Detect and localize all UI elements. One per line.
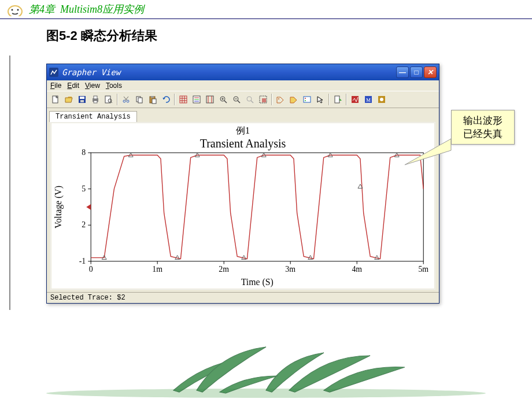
svg-point-80 bbox=[46, 389, 486, 398]
figure-caption: 图5-2 瞬态分析结果 bbox=[0, 19, 532, 50]
svg-rect-18 bbox=[138, 98, 142, 103]
svg-text:0: 0 bbox=[89, 265, 93, 274]
callout-box: 输出波形 已经失真 bbox=[451, 110, 515, 145]
tag-icon[interactable] bbox=[274, 93, 287, 106]
svg-marker-78 bbox=[86, 204, 91, 210]
cut-icon[interactable] bbox=[120, 93, 132, 106]
svg-rect-31 bbox=[206, 96, 213, 103]
svg-rect-5 bbox=[80, 97, 84, 99]
svg-text:5m: 5m bbox=[418, 265, 428, 274]
titlebar[interactable]: Grapher View — □ ✕ bbox=[47, 64, 439, 80]
callout-pointer bbox=[405, 133, 457, 168]
svg-text:2: 2 bbox=[82, 220, 86, 229]
paste-icon[interactable] bbox=[146, 93, 159, 106]
svg-line-35 bbox=[224, 101, 227, 103]
svg-point-45 bbox=[278, 98, 279, 99]
svg-line-39 bbox=[238, 101, 240, 103]
tab-transient[interactable]: Transient Analysis bbox=[49, 111, 137, 122]
maximize-button[interactable]: □ bbox=[410, 66, 423, 78]
face-icon bbox=[6, 2, 24, 16]
svg-rect-21 bbox=[152, 99, 156, 104]
toolbar: M bbox=[47, 91, 439, 108]
svg-rect-8 bbox=[94, 96, 97, 99]
svg-rect-49 bbox=[335, 96, 339, 103]
page-header: 第4章 Multisim8应用实例 bbox=[0, 0, 532, 19]
svg-rect-46 bbox=[304, 97, 311, 102]
app-icon bbox=[49, 68, 58, 77]
new-icon[interactable] bbox=[49, 93, 62, 106]
window-title: Grapher View bbox=[62, 68, 120, 77]
svg-line-42 bbox=[251, 101, 253, 103]
subject-label: Multisim8应用实例 bbox=[60, 2, 144, 16]
grid-icon[interactable] bbox=[177, 93, 190, 106]
svg-text:1m: 1m bbox=[152, 265, 162, 274]
svg-rect-22 bbox=[180, 96, 187, 103]
svg-line-12 bbox=[111, 102, 112, 103]
menu-edit[interactable]: Edit bbox=[67, 82, 79, 90]
tool2-icon[interactable]: M bbox=[362, 93, 375, 106]
left-rule bbox=[9, 56, 10, 310]
svg-rect-44 bbox=[262, 98, 266, 102]
svg-text:8: 8 bbox=[82, 148, 86, 157]
svg-text:Time (S): Time (S) bbox=[241, 277, 274, 287]
open-icon[interactable] bbox=[62, 93, 75, 106]
svg-rect-9 bbox=[94, 101, 97, 103]
plot-area[interactable]: 例1 Transient Analysis -125801m2m3m4m5mTi… bbox=[50, 122, 435, 290]
callout-line2: 已经失真 bbox=[455, 127, 511, 141]
svg-rect-6 bbox=[80, 100, 84, 102]
svg-text:Voltage (V): Voltage (V) bbox=[53, 186, 64, 228]
svg-point-48 bbox=[305, 100, 306, 101]
bamboo-decoration bbox=[0, 335, 532, 399]
tab-strip: Transient Analysis bbox=[47, 108, 439, 122]
svg-text:3m: 3m bbox=[285, 265, 295, 274]
svg-text:5: 5 bbox=[82, 184, 86, 193]
menu-file[interactable]: File bbox=[50, 82, 61, 90]
svg-text:4m: 4m bbox=[352, 265, 362, 274]
svg-point-1 bbox=[12, 9, 13, 11]
callout-line1: 输出波形 bbox=[455, 114, 511, 127]
chart-canvas[interactable]: -125801m2m3m4m5mTime (S)Voltage (V) bbox=[51, 123, 435, 289]
menu-view[interactable]: View bbox=[85, 82, 100, 90]
svg-rect-10 bbox=[105, 96, 110, 103]
svg-point-0 bbox=[8, 6, 22, 16]
svg-point-2 bbox=[17, 9, 19, 11]
copy-icon[interactable] bbox=[133, 93, 146, 106]
svg-rect-55 bbox=[91, 153, 423, 261]
svg-text:-1: -1 bbox=[79, 257, 86, 265]
cursor2-icon[interactable] bbox=[314, 93, 327, 106]
legend-icon[interactable] bbox=[190, 93, 203, 106]
zoom-region-icon[interactable] bbox=[257, 93, 269, 106]
export-icon[interactable] bbox=[331, 93, 344, 106]
menu-tools[interactable]: Tools bbox=[106, 82, 122, 90]
svg-text:M: M bbox=[366, 97, 371, 103]
cursor-icon[interactable] bbox=[204, 93, 216, 106]
undo-icon[interactable] bbox=[160, 93, 172, 106]
minimize-button[interactable]: — bbox=[396, 66, 409, 78]
preview-icon[interactable] bbox=[102, 93, 115, 106]
tool1-icon[interactable] bbox=[349, 93, 361, 106]
svg-point-41 bbox=[247, 97, 252, 101]
print-icon[interactable] bbox=[89, 93, 102, 106]
menubar: File Edit View Tools bbox=[47, 80, 439, 91]
zoom-in-icon[interactable] bbox=[217, 93, 230, 106]
svg-point-54 bbox=[380, 98, 383, 101]
close-button[interactable]: ✕ bbox=[424, 66, 437, 78]
zoom-fit-icon[interactable] bbox=[243, 93, 256, 106]
svg-point-47 bbox=[305, 98, 306, 99]
tool3-icon[interactable] bbox=[375, 93, 388, 106]
zoom-out-icon[interactable] bbox=[230, 93, 243, 106]
svg-marker-79 bbox=[405, 139, 451, 165]
chapter-label: 第4章 bbox=[29, 2, 55, 16]
svg-rect-20 bbox=[151, 96, 154, 98]
props-icon[interactable] bbox=[301, 93, 313, 106]
save-icon[interactable] bbox=[76, 93, 88, 106]
tag2-icon[interactable] bbox=[287, 93, 300, 106]
status-bar: Selected Trace: $2 bbox=[47, 292, 439, 303]
svg-text:2m: 2m bbox=[219, 265, 229, 274]
grapher-window: Grapher View — □ ✕ File Edit View Tools bbox=[46, 64, 439, 304]
